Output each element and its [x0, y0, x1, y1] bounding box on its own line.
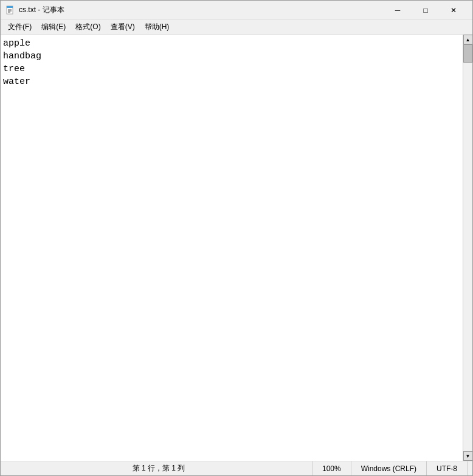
menu-view[interactable]: 查看(V) — [106, 21, 140, 34]
text-editor[interactable]: apple handbag tree water — [1, 35, 463, 461]
editor-area: apple handbag tree water ▲ ▼ — [1, 35, 472, 461]
close-button[interactable]: ✕ — [440, 1, 468, 20]
encoding: UTF-8 — [427, 461, 468, 475]
vertical-scrollbar[interactable]: ▲ ▼ — [463, 35, 472, 461]
zoom-level: 100% — [312, 461, 351, 475]
cursor-position: 第 1 行，第 1 列 — [5, 461, 312, 475]
app-icon — [5, 5, 15, 15]
scroll-up-arrow[interactable]: ▲ — [463, 35, 473, 44]
maximize-button[interactable]: □ — [412, 1, 440, 20]
menu-format[interactable]: 格式(O) — [71, 21, 105, 34]
menu-bar: 文件(F) 编辑(E) 格式(O) 查看(V) 帮助(H) — [1, 20, 472, 35]
menu-edit[interactable]: 编辑(E) — [36, 21, 71, 34]
notepad-window: cs.txt - 记事本 ─ □ ✕ 文件(F) 编辑(E) 格式(O) 查看(… — [0, 0, 473, 476]
minimize-button[interactable]: ─ — [384, 1, 412, 20]
line-ending: Windows (CRLF) — [351, 461, 427, 475]
menu-help[interactable]: 帮助(H) — [140, 21, 174, 34]
title-bar: cs.txt - 记事本 ─ □ ✕ — [1, 1, 472, 20]
status-bar: 第 1 行，第 1 列 100% Windows (CRLF) UTF-8 — [1, 461, 472, 475]
window-title: cs.txt - 记事本 — [19, 5, 384, 15]
scroll-down-arrow[interactable]: ▼ — [463, 451, 473, 461]
window-controls: ─ □ ✕ — [384, 1, 468, 20]
menu-file[interactable]: 文件(F) — [3, 21, 36, 34]
scroll-track[interactable] — [463, 44, 472, 451]
scroll-thumb[interactable] — [463, 44, 472, 63]
svg-rect-1 — [7, 6, 13, 8]
